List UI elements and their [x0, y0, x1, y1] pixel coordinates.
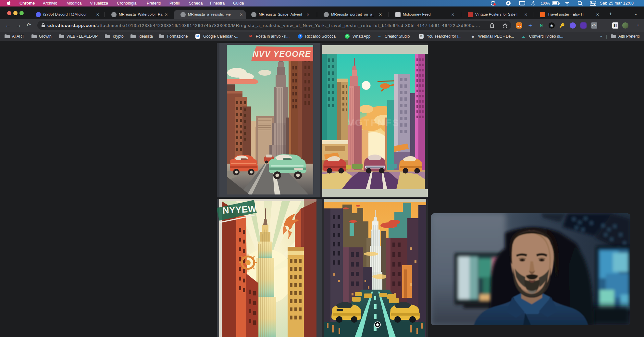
svg-text:VGTFNFS: VGTFNFS [348, 117, 400, 128]
svg-text:NVV YEOORE: NVV YEOORE [253, 49, 311, 58]
svg-text:100%: 100% [541, 1, 550, 5]
svg-text:NYYEW: NYYEW [222, 204, 257, 216]
